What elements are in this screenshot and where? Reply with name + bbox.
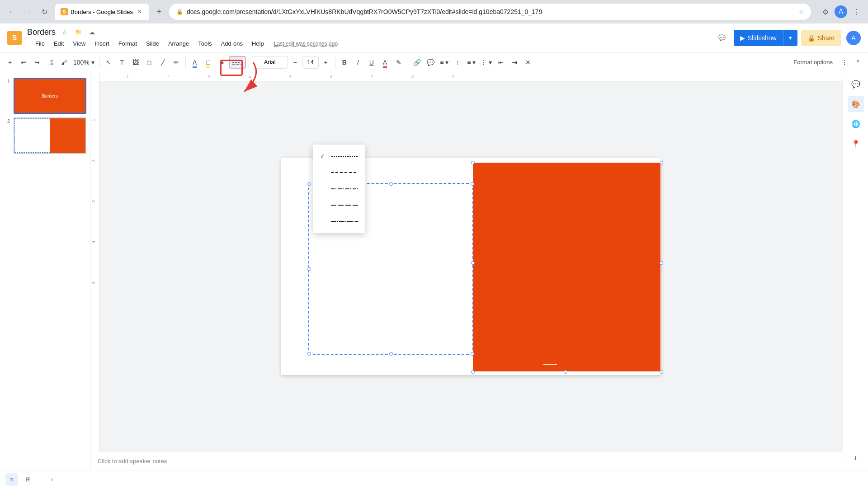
print-button[interactable]: 🖨 [44,56,57,69]
collapse-panel-button[interactable]: ‹ [46,473,58,486]
collapse-toolbar-button[interactable]: ^ [852,56,864,69]
comment-toolbar-button[interactable]: 💬 [425,56,437,69]
highlight-button[interactable]: ✎ [392,56,405,69]
handle-bm[interactable] [389,352,393,356]
slide-thumb-1[interactable]: 1 Borders [0,76,90,116]
dash-option-long-dash[interactable] [313,197,365,213]
dash-option-short-dash[interactable] [313,164,365,181]
add-panel-icon[interactable]: + [848,450,864,466]
line-tool[interactable]: ╱ [156,56,169,69]
menu-button[interactable]: ⋮ [849,5,863,19]
indent-more-button[interactable]: ⇥ [508,56,521,69]
menu-view[interactable]: View [68,38,90,49]
back-button[interactable]: ← [5,5,19,19]
dash-option-dotted[interactable]: ✓ [313,148,365,164]
menu-slide[interactable]: Slide [142,38,164,49]
cloud-icon[interactable]: ☁ [86,27,97,38]
dash-option-dash-dot[interactable] [313,181,365,197]
grid-view-button[interactable]: ⊞ [22,473,34,486]
undo-button[interactable]: ↩ [17,56,30,69]
font-minus-button[interactable]: − [289,56,302,69]
reload-button[interactable]: ↻ [37,5,52,19]
image-tool[interactable]: 🖼 [129,56,142,69]
slideshow-dropdown-arrow[interactable]: ▾ [783,30,797,46]
profile-button[interactable]: A [835,5,847,18]
paint-format-button[interactable]: 🖌 [58,56,71,69]
bullet-list-button[interactable]: ≡ ▾ [465,56,478,69]
shape-tool[interactable]: ◻ [143,56,156,69]
border-dash-button[interactable]: ▾ [229,56,246,69]
menu-arrange[interactable]: Arrange [164,38,193,49]
handle-orange-bl[interactable] [471,370,475,374]
line-spacing-button[interactable]: ↕ [452,56,464,69]
slideshow-button[interactable]: ▶ Slideshow ▾ [734,30,797,46]
browser-tab[interactable]: S Borders - Google Slides ✕ [55,4,149,20]
tab-close-button[interactable]: ✕ [136,8,144,16]
bold-button[interactable]: B [338,56,351,69]
handle-br[interactable] [471,352,474,356]
slide-thumbnail-1[interactable]: Borders [14,78,86,114]
palette-panel-icon[interactable]: 🎨 [848,96,864,112]
clear-formatting-button[interactable]: ✕ [522,56,534,69]
font-size-input[interactable] [302,56,319,69]
handle-orange-tr[interactable] [660,161,663,164]
border-color-button[interactable]: □ [202,56,215,69]
scribble-tool[interactable]: ✏ [170,56,183,69]
link-button[interactable]: 🔗 [411,56,424,69]
canvas-scroll[interactable]: ✓ [99,81,843,452]
star-icon[interactable]: ☆ [59,27,70,38]
address-bar[interactable]: 🔒 docs.google.com/presentation/d/1XtGxYx… [169,4,811,20]
menu-tools[interactable]: Tools [193,38,216,49]
menu-edit[interactable]: Edit [49,38,68,49]
italic-button[interactable]: I [352,56,364,69]
indent-less-button[interactable]: ⇤ [495,56,507,69]
filmstrip-view-button[interactable]: ≡ [5,473,18,486]
folder-icon[interactable]: 📁 [73,27,84,38]
border-weight-button[interactable]: ≡ [216,56,228,69]
numbered-list-button[interactable]: ⋮ ▾ [479,56,494,69]
zoom-button[interactable]: + [4,56,16,69]
align-button[interactable]: ≡ ▾ [438,56,451,69]
underline-button[interactable]: U [365,56,378,69]
redo-button[interactable]: ↪ [31,56,43,69]
zoom-level[interactable]: 100% ▾ [71,56,96,69]
menu-help[interactable]: Help [247,38,269,49]
fill-color-button[interactable]: A [189,56,201,69]
font-name-input[interactable] [252,56,288,69]
slide-thumb-2[interactable]: 2 [0,116,90,155]
forward-button[interactable]: → [21,5,35,19]
handle-orange-ml[interactable] [471,261,475,265]
menu-format[interactable]: Format [114,38,142,49]
slide-thumbnail-2[interactable] [14,117,86,154]
text-tool[interactable]: T [116,56,128,69]
menu-insert[interactable]: Insert [90,38,114,49]
text-color-button[interactable]: A [379,56,392,69]
share-button[interactable]: 🔒 Share [801,30,841,46]
extensions-button[interactable]: ⚙ [818,5,833,19]
dash-option-long-dash-dot[interactable] [313,213,365,230]
format-options-button[interactable]: Format options [789,56,837,69]
handle-orange-br[interactable] [660,370,663,374]
comment-button[interactable]: 💬 [714,30,730,46]
slideshow-main-button[interactable]: ▶ Slideshow [734,30,783,46]
chat-panel-icon[interactable]: 💬 [848,76,864,92]
speaker-notes[interactable]: Click to add speaker notes [90,452,843,470]
font-plus-button[interactable]: + [320,56,332,69]
menu-addons[interactable]: Add-ons [217,38,247,49]
handle-bl[interactable] [307,352,311,356]
handle-tl[interactable] [307,182,311,186]
new-tab-button[interactable]: + [153,5,165,18]
handle-ml[interactable] [307,267,311,271]
handle-tm[interactable] [389,182,393,186]
handle-orange-mr[interactable] [660,261,663,265]
cursor-tool[interactable]: ↖ [102,56,115,69]
handle-orange-bm[interactable] [564,370,567,374]
globe-panel-icon[interactable]: 🌐 [848,116,864,132]
shape-orange[interactable] [473,163,660,371]
avatar[interactable]: A [846,31,861,45]
last-edit-text[interactable]: Last edit was seconds ago [274,41,338,47]
location-panel-icon[interactable]: 📍 [848,136,864,152]
handle-tr[interactable] [471,182,474,186]
menu-file[interactable]: File [31,38,49,49]
more-options-button[interactable]: ⋮ [838,56,851,69]
